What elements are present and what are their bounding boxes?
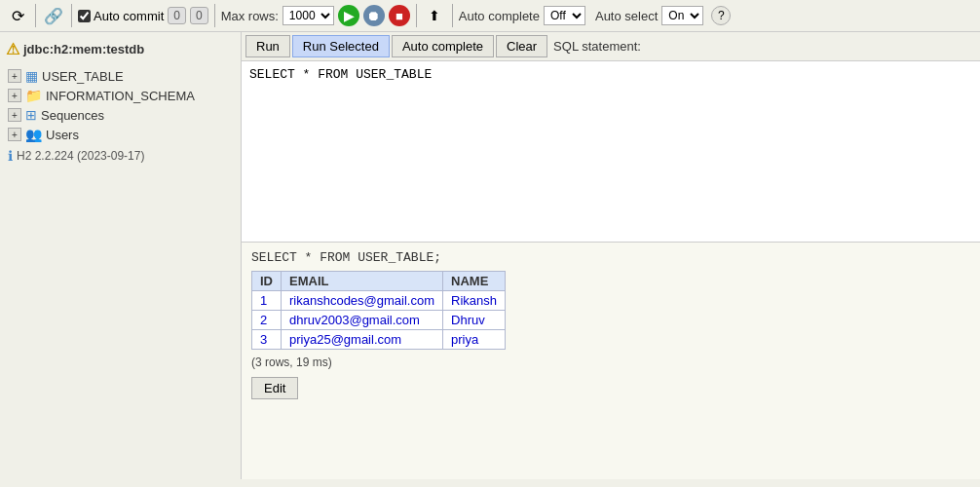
table-cell: 2 [252, 311, 282, 330]
sidebar-item-sequences[interactable]: + ⊞ Sequences [4, 105, 237, 125]
auto-complete-button[interactable]: Auto complete [392, 35, 494, 57]
info-icon: ℹ [8, 148, 13, 164]
auto-select-label: Auto select [595, 9, 658, 23]
db-icon: ⚠ [6, 40, 19, 58]
sidebar-label-sequences: Sequences [41, 108, 104, 123]
table-cell: priya [443, 330, 506, 350]
run-button[interactable]: Run [245, 35, 290, 57]
col-header-id: ID [252, 272, 282, 291]
editor-toolbar: Run Run Selected Auto complete Clear SQL… [242, 32, 980, 61]
run-selected-button-icon[interactable]: ⏺ [363, 5, 385, 26]
clear-button[interactable]: Clear [496, 35, 547, 57]
sidebar-label-user-table: USER_TABLE [42, 69, 124, 84]
sql-statement-label: SQL statement: [553, 39, 641, 54]
col-header-name: NAME [443, 272, 506, 291]
stop-button-icon[interactable]: ■ [389, 5, 410, 26]
expander-info-schema[interactable]: + [8, 89, 21, 102]
separator-2 [71, 4, 72, 27]
run-selected-button[interactable]: Run Selected [292, 35, 390, 57]
export-icon[interactable]: ⬆ [423, 4, 446, 27]
separator-4 [416, 4, 417, 27]
sidebar-item-user-table[interactable]: + ▦ USER_TABLE [4, 66, 237, 86]
rollback-count: 0 [190, 7, 208, 24]
run-button-icon[interactable]: ▶ [338, 5, 359, 26]
table-icon-user-table: ▦ [25, 68, 38, 84]
table-row: 1rikanshcodes@gmail.comRikansh [252, 291, 506, 311]
toolbar: ⟳ 🔗 Auto commit 0 0 Max rows: 1000 500 1… [0, 0, 980, 32]
auto-select-select[interactable]: On Off [661, 6, 703, 25]
sidebar-item-info-schema[interactable]: + 📁 INFORMATION_SCHEMA [4, 86, 237, 105]
refresh-icon[interactable]: ⟳ [6, 4, 29, 27]
connect-icon[interactable]: 🔗 [42, 4, 65, 27]
sequences-icon: ⊞ [25, 107, 37, 123]
right-panel: Run Run Selected Auto complete Clear SQL… [242, 32, 980, 479]
result-table-body: 1rikanshcodes@gmail.comRikansh2dhruv2003… [252, 291, 506, 350]
sql-editor[interactable]: SELECT * FROM USER_TABLE [242, 61, 980, 242]
folder-icon-info-schema: 📁 [25, 88, 42, 103]
max-rows-select[interactable]: 1000 500 100 [283, 6, 334, 25]
table-cell: dhruv2003@gmail.com [282, 311, 443, 330]
auto-commit-text: Auto commit [94, 9, 164, 23]
table-cell: 1 [252, 291, 282, 311]
separator-1 [35, 4, 36, 27]
version-text: H2 2.2.224 (2023-09-17) [17, 149, 144, 163]
sidebar-label-users: Users [46, 128, 79, 142]
sidebar-item-users[interactable]: + 👥 Users [4, 125, 237, 144]
result-query-text: SELECT * FROM USER_TABLE; [251, 250, 970, 265]
db-version: ℹ H2 2.2.224 (2023-09-17) [4, 144, 237, 166]
table-cell: Dhruv [443, 311, 506, 330]
main-layout: ⚠ jdbc:h2:mem:testdb + ▦ USER_TABLE + 📁 … [0, 32, 980, 479]
result-table: ID EMAIL NAME 1rikanshcodes@gmail.comRik… [251, 271, 506, 350]
db-name: jdbc:h2:mem:testdb [23, 42, 144, 56]
table-row: 2dhruv2003@gmail.comDhruv [252, 311, 506, 330]
auto-commit-label[interactable]: Auto commit [78, 9, 164, 23]
expander-user-table[interactable]: + [8, 69, 21, 83]
col-header-email: EMAIL [282, 272, 443, 291]
results-area: SELECT * FROM USER_TABLE; ID EMAIL NAME … [242, 243, 980, 479]
editor-area: Run Run Selected Auto complete Clear SQL… [242, 32, 980, 243]
db-title: ⚠ jdbc:h2:mem:testdb [4, 38, 237, 60]
table-cell: rikanshcodes@gmail.com [282, 291, 443, 311]
auto-complete-select[interactable]: Off On [544, 6, 585, 25]
table-cell: Rikansh [443, 291, 506, 311]
users-icon: 👥 [25, 127, 42, 142]
table-cell: priya25@gmail.com [282, 330, 443, 350]
auto-complete-label: Auto complete [459, 9, 540, 23]
separator-5 [452, 4, 453, 27]
table-cell: 3 [252, 330, 282, 350]
separator-3 [214, 4, 215, 27]
table-row: 3priya25@gmail.compriya [252, 330, 506, 350]
table-header-row: ID EMAIL NAME [252, 272, 506, 291]
edit-button[interactable]: Edit [251, 377, 298, 399]
auto-commit-checkbox[interactable] [78, 10, 91, 22]
expander-sequences[interactable]: + [8, 108, 21, 122]
result-info: (3 rows, 19 ms) [251, 356, 970, 369]
max-rows-label: Max rows: [221, 9, 279, 23]
sidebar: ⚠ jdbc:h2:mem:testdb + ▦ USER_TABLE + 📁 … [0, 32, 242, 479]
expander-users[interactable]: + [8, 128, 21, 141]
commit-count: 0 [168, 7, 186, 24]
sidebar-label-info-schema: INFORMATION_SCHEMA [46, 89, 195, 103]
help-button[interactable]: ? [711, 6, 731, 25]
